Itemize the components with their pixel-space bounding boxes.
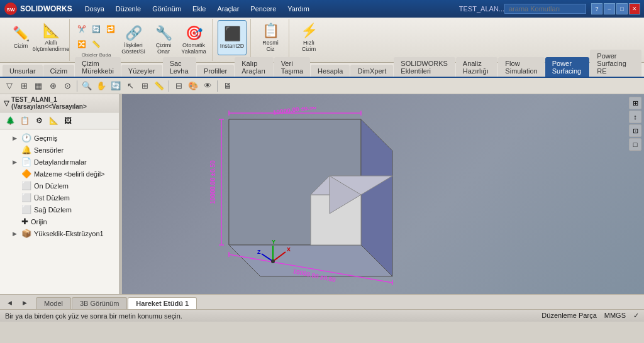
- tree-sensorler[interactable]: 🔔 Sensörler: [0, 144, 119, 156]
- restore-button[interactable]: □: [616, 3, 628, 14]
- grid-icon-btn[interactable]: ⊞: [17, 80, 31, 92]
- snap-icon-btn[interactable]: ⊞: [138, 80, 152, 92]
- measure2-icon-btn[interactable]: 📏: [152, 80, 166, 92]
- tab-power-surfacing-re[interactable]: Power Surfacing RE: [590, 50, 641, 77]
- otomatik-yakalama-btn[interactable]: 🎯 OtomatikYakalama: [179, 23, 208, 58]
- menu-yardim[interactable]: Yardım: [285, 4, 312, 14]
- tab-power-surfacing[interactable]: Power Surfacing: [545, 57, 590, 77]
- toolbar-group-objects: ✂️ 🔄 🔁 🔀 📏 Objeler Buda 🔗 İlişkileriGöst…: [71, 19, 213, 61]
- render-mgr-btn[interactable]: 🖼: [62, 114, 74, 127]
- config-mgr-btn[interactable]: ⚙: [33, 114, 45, 127]
- toolbar-group-main: ✏️ Cizim 📐 Akıllıölçümlendirme: [3, 19, 70, 61]
- minimize-button[interactable]: –: [604, 3, 615, 14]
- tab-yuzeyler[interactable]: Yüzeyler: [121, 65, 162, 77]
- status-right-info: Düzenleme Parça MMGS ✓: [541, 312, 639, 320]
- sidebar-header: ▽ TEST_ALANI_1 (Varsayılan<<Varsayılan>: [0, 94, 119, 112]
- tab-kalip-araclari[interactable]: Kalıp Araçları: [235, 57, 273, 77]
- objeler-aynala-btn[interactable]: 🔀: [75, 37, 89, 51]
- objeler-donustur-btn[interactable]: 🔄: [89, 22, 103, 36]
- search-input[interactable]: [504, 4, 586, 14]
- tab-scroll-left[interactable]: ◀: [3, 297, 16, 309]
- olcum-button[interactable]: 📐 Akıllıölçümlendirme: [36, 20, 65, 55]
- tab-3b-gorunum[interactable]: 3B Görünüm: [72, 297, 127, 309]
- yukseklik-label: Yükseklik-Ekstrüzyon1: [34, 230, 114, 237]
- sensor-icon: 🔔: [21, 145, 31, 155]
- color-icon-btn[interactable]: 🎨: [186, 80, 200, 92]
- tab-scroll-right[interactable]: ▶: [18, 297, 31, 309]
- instant2d-icon: ⬛: [224, 26, 241, 42]
- hizli-cizim-btn[interactable]: ⚡ HızlıCizim: [294, 20, 323, 55]
- cizim-button[interactable]: ✏️ Cizim: [6, 20, 35, 55]
- 3d-viewport[interactable]: 10000.00 ±0.50 10000.00 ±0.50 10000.00 ±…: [122, 94, 644, 294]
- tree-yukseklik[interactable]: ▶ 📦 Yükseklik-Ekstrüzyon1: [0, 227, 119, 239]
- iliskiler-goster-btn[interactable]: 🔗 İlişkileriGöster/Si: [119, 23, 148, 58]
- objeler-buda-btn[interactable]: ✂️: [75, 22, 89, 36]
- table-icon-btn[interactable]: ▦: [31, 80, 45, 92]
- display-icon-btn[interactable]: 🖥: [220, 80, 234, 92]
- select-icon-btn[interactable]: ↖: [123, 80, 137, 92]
- orijin-label: Orijin: [31, 218, 114, 226]
- view-btn-1[interactable]: ⊞: [629, 97, 641, 109]
- tab-sac-levha[interactable]: Sac Levha: [163, 57, 196, 77]
- hide-icon-btn[interactable]: 👁: [201, 80, 214, 92]
- tree-orijin[interactable]: ✚ Orijin: [0, 215, 119, 227]
- cizim-onar-btn[interactable]: 🔧 ÇizimiOnar: [149, 23, 178, 58]
- menu-araclar[interactable]: Araçlar: [214, 4, 242, 14]
- svg-text:10000.00 ±0.50: 10000.00 ±0.50: [209, 160, 216, 204]
- view-btn-2[interactable]: ↕: [629, 111, 641, 123]
- tab-cizim-murekkebi[interactable]: Çizim Mürekkebi: [75, 57, 121, 77]
- tab-flow-simulation[interactable]: Flow Simulation: [498, 57, 544, 77]
- sag-duzlem-label: Sağ Düzlem: [34, 206, 114, 214]
- tab-hareket-etudu[interactable]: Hareket Etüdü 1: [128, 297, 197, 309]
- tree-on-duzlem[interactable]: ⬜ Ön Düzlem: [0, 180, 119, 192]
- zoom-icon-btn[interactable]: 🔍: [80, 80, 94, 92]
- crosshair-icon-btn[interactable]: ⊕: [46, 80, 60, 92]
- menu-duzenle[interactable]: Düzenle: [113, 4, 143, 14]
- menu-gorunum[interactable]: Görünüm: [150, 4, 184, 14]
- svg-text:SW: SW: [7, 7, 15, 13]
- menu-ekle[interactable]: Ekle: [190, 4, 208, 14]
- tab-dimxpert[interactable]: DimXpert: [350, 65, 393, 77]
- layer-icon-btn[interactable]: ⊟: [172, 80, 186, 92]
- gecmis-icon: 🕐: [21, 133, 31, 143]
- objeler-otele-btn[interactable]: 🔁: [104, 22, 118, 36]
- toolbar-group-instant2d: ⬛ Instant2D: [214, 19, 251, 61]
- dogrusal-cizim-btn[interactable]: 📏: [89, 37, 103, 51]
- tab-sw-eklentileri[interactable]: SOLIDWORKS Eklentileri: [394, 57, 455, 77]
- tab-analiz-hazırlığı[interactable]: Analiz Hazırlığı: [456, 57, 498, 77]
- pan-icon-btn[interactable]: ✋: [94, 80, 108, 92]
- tree-detaylandirmalar[interactable]: ▶ 📄 Detaylandırmalar: [0, 156, 119, 168]
- tab-cizim[interactable]: Cizim: [43, 65, 75, 77]
- tab-model[interactable]: Model: [36, 297, 71, 309]
- help-button[interactable]: ?: [591, 3, 602, 14]
- chart-icon-btn[interactable]: ⊙: [60, 80, 74, 92]
- view-btn-3[interactable]: ⊡: [629, 124, 641, 137]
- tab-veri-tasima[interactable]: Veri Taşıma: [274, 57, 310, 77]
- tab-hesapla[interactable]: Hesapla: [311, 65, 350, 77]
- view-btn-4[interactable]: □: [629, 138, 641, 151]
- property-mgr-btn[interactable]: 📋: [18, 114, 31, 127]
- detail-icon: 📄: [21, 157, 31, 166]
- filter-icon-btn[interactable]: ▽: [3, 80, 16, 92]
- close-button[interactable]: ✕: [629, 3, 640, 14]
- dim-expert-btn[interactable]: 📐: [47, 114, 60, 127]
- tree-sag-duzlem[interactable]: ⬜ Sağ Düzlem: [0, 204, 119, 215]
- toolbar: ✏️ Cizim 📐 Akıllıölçümlendirme ✂️ 🔄 🔁 🔀 …: [0, 18, 644, 63]
- instant2d-btn[interactable]: ⬛ Instant2D: [218, 20, 247, 55]
- tree-ust-duzlem[interactable]: ⬜ Üst Düzlem: [0, 192, 119, 204]
- feature-tree-icon-btn[interactable]: 🌲: [4, 114, 16, 127]
- menu-dosya[interactable]: Dosya: [82, 4, 107, 14]
- tree-malzeme[interactable]: 🔶 Malzeme <belirli değil>: [0, 168, 119, 180]
- tab-unsurlar[interactable]: Unsurlar: [3, 65, 43, 77]
- rotate-icon-btn[interactable]: 🔄: [109, 80, 123, 92]
- material-icon: 🔶: [21, 169, 31, 178]
- resmi-ciz-btn[interactable]: 📋 ResmiCiz: [256, 20, 285, 55]
- tab-profiller[interactable]: Profiller: [197, 65, 234, 77]
- plane-icon: ⬜: [21, 181, 31, 190]
- tree-gecmis[interactable]: ▶ 🕐 Geçmiş: [0, 132, 119, 144]
- feature-tree-title: TEST_ALANI_1 (Varsayılan<<Varsayılan>: [11, 96, 115, 110]
- menu-bar: Dosya Düzenle Görünüm Ekle Araçlar Pence…: [82, 4, 312, 14]
- icon-toolbar: ▽ ⊞ ▦ ⊕ ⊙ 🔍 ✋ 🔄 ↖ ⊞ 📏 ⊟ 🎨 👁 🖥: [0, 78, 644, 94]
- menu-pencere[interactable]: Pencere: [248, 4, 279, 14]
- measure-icon: 📐: [43, 23, 60, 39]
